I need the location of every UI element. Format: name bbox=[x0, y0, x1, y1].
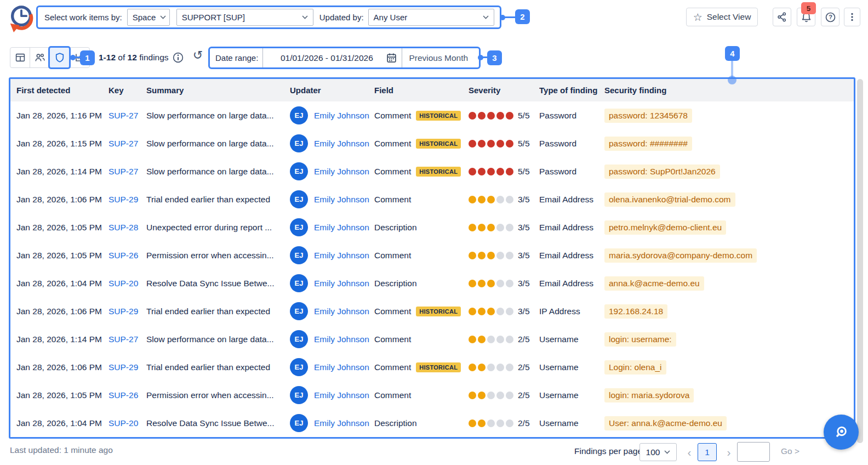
severity-dot bbox=[487, 168, 495, 175]
select-view-button[interactable]: ☆ Select View bbox=[686, 8, 758, 26]
people-view-button[interactable] bbox=[30, 48, 50, 67]
column-header[interactable]: Severity bbox=[469, 86, 539, 95]
next-page-button[interactable]: › bbox=[723, 443, 734, 461]
updater-link[interactable]: Emily Johnson bbox=[314, 167, 369, 177]
severity-dot bbox=[487, 392, 495, 399]
field-cell: Description bbox=[374, 223, 417, 232]
column-header[interactable]: Type of finding bbox=[539, 86, 604, 95]
security-view-button[interactable] bbox=[50, 48, 70, 67]
avatar: EJ bbox=[290, 218, 308, 236]
help-button[interactable]: ? bbox=[821, 8, 840, 26]
space-dropdown[interactable]: SUPPORT [SUP] bbox=[176, 9, 313, 26]
table-row[interactable]: Jan 28, 2026, 1:04 PM SUP-20 Resolve Dat… bbox=[10, 269, 854, 297]
summary-cell: Slow performance on large data... bbox=[146, 334, 290, 344]
more-actions-button[interactable] bbox=[844, 8, 860, 26]
table-row[interactable]: Jan 28, 2026, 1:14 PM SUP-27 Slow perfor… bbox=[10, 325, 854, 353]
table-row[interactable]: Jan 28, 2026, 1:06 PM SUP-29 Trial ended… bbox=[10, 353, 854, 381]
vertical-scrollbar[interactable] bbox=[857, 79, 863, 443]
issue-key-link[interactable]: SUP-29 bbox=[108, 195, 138, 204]
issue-key-link[interactable]: SUP-20 bbox=[108, 418, 138, 428]
table-row[interactable]: Jan 28, 2026, 1:14 PM SUP-27 Slow perfor… bbox=[10, 157, 854, 185]
issue-key-link[interactable]: SUP-27 bbox=[108, 111, 138, 120]
column-header[interactable]: First detected bbox=[16, 86, 108, 95]
share-button[interactable] bbox=[773, 8, 791, 26]
previous-month-preset[interactable]: Previous Month bbox=[409, 53, 468, 63]
issue-key-link[interactable]: SUP-20 bbox=[108, 279, 138, 288]
security-finding-value: anna.k@acme-demo.eu bbox=[604, 276, 704, 291]
go-to-page-input[interactable] bbox=[737, 442, 770, 462]
issue-key-link[interactable]: SUP-27 bbox=[108, 167, 138, 176]
summary-cell: Resolve Data Sync Issue Betwe... bbox=[146, 279, 290, 288]
table-row[interactable]: Jan 28, 2026, 1:16 PM SUP-27 Slow perfor… bbox=[10, 101, 854, 129]
summary-cell: Trial ended earlier than expected bbox=[146, 362, 290, 372]
updater-link[interactable]: Emily Johnson bbox=[314, 223, 369, 232]
severity-dots bbox=[469, 364, 515, 371]
first-detected-cell: Jan 28, 2026, 1:15 PM bbox=[16, 139, 108, 149]
first-detected-cell: Jan 28, 2026, 1:14 PM bbox=[16, 167, 108, 177]
table-row[interactable]: Jan 28, 2026, 1:05 PM SUP-28 Unexpected … bbox=[10, 213, 854, 241]
date-range-input[interactable]: 01/01/2026 - 01/31/2026 bbox=[262, 48, 402, 67]
severity-dot bbox=[506, 419, 513, 427]
avatar: EJ bbox=[290, 330, 308, 348]
severity-dot bbox=[506, 336, 513, 343]
finding-type-cell: Email Address bbox=[539, 195, 604, 205]
security-finding-value: password: 12345678 bbox=[604, 109, 692, 123]
table-row[interactable]: Jan 28, 2026, 1:15 PM SUP-27 Slow perfor… bbox=[10, 129, 854, 157]
column-header[interactable]: Summary bbox=[146, 86, 290, 95]
updated-by-dropdown[interactable]: Any User bbox=[368, 9, 494, 26]
go-button[interactable]: Go > bbox=[781, 446, 800, 456]
severity-dot bbox=[469, 308, 476, 315]
first-detected-cell: Jan 28, 2026, 1:06 PM bbox=[16, 195, 108, 205]
per-page-dropdown[interactable]: 100 bbox=[639, 443, 677, 461]
issue-key-link[interactable]: SUP-28 bbox=[108, 223, 138, 232]
table-row[interactable]: Jan 28, 2026, 1:06 PM SUP-29 Trial ended… bbox=[10, 185, 854, 213]
historical-badge: HISTORICAL bbox=[416, 362, 461, 372]
column-header[interactable]: Field bbox=[374, 86, 469, 95]
security-finding-value: maria.sydorova@company-demo.com bbox=[604, 248, 757, 263]
updater-link[interactable]: Emily Johnson bbox=[314, 362, 369, 372]
current-page-button[interactable]: 1 bbox=[698, 443, 717, 461]
table-row[interactable]: Jan 28, 2026, 1:04 PM SUP-20 Resolve Dat… bbox=[10, 409, 854, 437]
updater-link[interactable]: Emily Johnson bbox=[314, 279, 369, 288]
issue-key-link[interactable]: SUP-26 bbox=[108, 390, 138, 400]
first-detected-cell: Jan 28, 2026, 1:14 PM bbox=[16, 334, 108, 344]
severity-dot bbox=[478, 280, 486, 287]
severity-dot bbox=[478, 392, 486, 399]
column-header[interactable]: Security finding bbox=[604, 86, 854, 95]
table-row[interactable]: Jan 28, 2026, 1:06 PM SUP-29 Trial ended… bbox=[10, 297, 854, 325]
info-button[interactable] bbox=[172, 51, 185, 64]
avatar: EJ bbox=[290, 358, 308, 376]
issue-key-link[interactable]: SUP-27 bbox=[108, 139, 138, 148]
refresh-button[interactable]: ↺ bbox=[191, 49, 204, 62]
field-cell: Comment bbox=[374, 139, 411, 149]
updater-link[interactable]: Emily Johnson bbox=[314, 195, 369, 205]
column-header[interactable]: Key bbox=[108, 86, 146, 95]
floating-scanner-button[interactable] bbox=[824, 415, 859, 450]
updater-link[interactable]: Emily Johnson bbox=[314, 334, 369, 344]
security-finding-value: password: ######## bbox=[604, 137, 692, 151]
issue-key-link[interactable]: SUP-26 bbox=[108, 251, 138, 260]
issue-key-link[interactable]: SUP-27 bbox=[108, 334, 138, 344]
updater-link[interactable]: Emily Johnson bbox=[314, 251, 369, 260]
issue-key-link[interactable]: SUP-29 bbox=[108, 362, 138, 372]
finding-type-cell: IP Address bbox=[539, 307, 604, 316]
column-header[interactable]: Updater bbox=[290, 86, 374, 95]
issue-key-link[interactable]: SUP-29 bbox=[108, 307, 138, 316]
severity-dot bbox=[506, 252, 513, 259]
table-row[interactable]: Jan 28, 2026, 1:05 PM SUP-26 Permission … bbox=[10, 381, 854, 409]
calendar-icon[interactable] bbox=[386, 52, 397, 64]
severity-dot bbox=[496, 392, 504, 399]
updater-link[interactable]: Emily Johnson bbox=[314, 390, 369, 400]
field-cell: Description bbox=[374, 279, 417, 288]
first-detected-cell: Jan 28, 2026, 1:16 PM bbox=[16, 111, 108, 121]
updater-link[interactable]: Emily Johnson bbox=[314, 111, 369, 121]
table-row[interactable]: Jan 28, 2026, 1:05 PM SUP-26 Permission … bbox=[10, 241, 854, 269]
updater-link[interactable]: Emily Johnson bbox=[314, 418, 369, 428]
previous-page-button[interactable]: ‹ bbox=[684, 443, 695, 461]
mode-dropdown[interactable]: Space bbox=[127, 9, 170, 26]
updater-link[interactable]: Emily Johnson bbox=[314, 307, 369, 316]
security-finding-value: petro.melnyk@demo-client.eu bbox=[604, 220, 726, 235]
severity-dot bbox=[469, 280, 476, 287]
table-view-button[interactable] bbox=[10, 48, 30, 67]
updater-link[interactable]: Emily Johnson bbox=[314, 139, 369, 149]
